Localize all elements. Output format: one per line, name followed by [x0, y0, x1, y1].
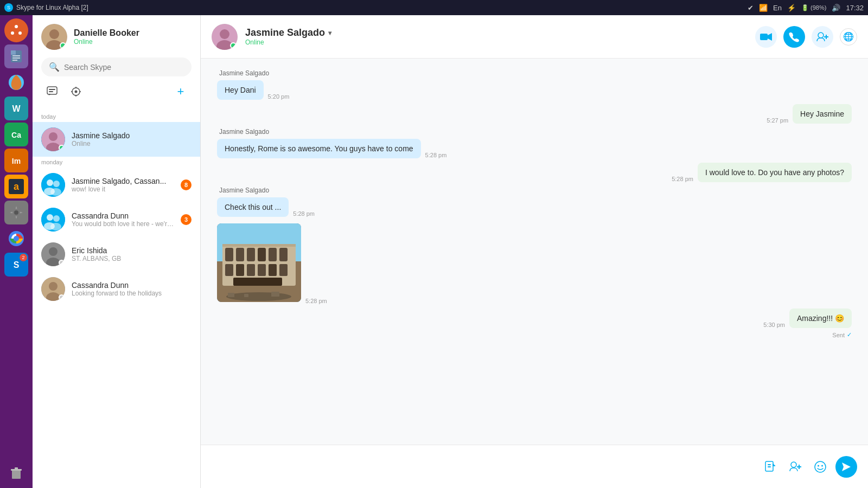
message-time: 5:28 pm [425, 152, 447, 158]
svg-point-94 [815, 461, 826, 472]
svg-point-54 [49, 247, 58, 256]
contact-badge-cassandra: 3 [181, 214, 192, 225]
contact-badge-group1: 8 [181, 179, 192, 190]
contact-preview: Online [72, 140, 192, 147]
message-time: 5:27 pm [767, 117, 788, 124]
message-group-2: 5:27 pm Hey Jasmine [217, 104, 852, 124]
contact-item-cassandra-dunn-1[interactable]: Cassandra Dunn You would both love it he… [33, 202, 200, 237]
colosseum-image[interactable] [217, 223, 301, 302]
svg-point-96 [821, 465, 823, 466]
search-input[interactable] [64, 63, 184, 72]
files-icon[interactable] [4, 44, 28, 68]
message-row: Hey Dani 5:20 pm [217, 80, 852, 100]
svg-point-45 [53, 181, 60, 187]
titlebar-left: S Skype for Linux Alpha [2] [4, 3, 88, 12]
contact-item-group-jasmine-cassan[interactable]: Jasmine Salgado, Cassan... wow! love it … [33, 168, 200, 202]
add-contact-chat-button[interactable] [786, 457, 805, 477]
svg-point-19 [14, 210, 18, 215]
svg-point-52 [50, 223, 61, 230]
emoji-button[interactable] [810, 457, 830, 477]
contact-avatar-cassandra-2 [41, 277, 65, 301]
svg-rect-75 [279, 248, 288, 261]
sidebar-header: Danielle Booker Online 🔍 + [33, 15, 200, 111]
svg-point-44 [47, 179, 53, 186]
contact-preview: ST. ALBANS, GB [72, 255, 192, 262]
sent-indicator: Sent ✓ [217, 331, 852, 338]
svg-rect-32 [49, 89, 55, 90]
user-avatar[interactable] [41, 24, 67, 50]
user-online-dot [60, 42, 66, 49]
svg-rect-6 [12, 55, 20, 56]
new-conversation-button[interactable]: + [172, 83, 189, 100]
titlebar-right: ✔ 📶 En ⚡ 🔋 (98%) 🔊 17:32 [748, 4, 864, 12]
svg-point-95 [818, 465, 819, 466]
ubuntu-icon[interactable] [4, 18, 28, 42]
message-row-image: 5:28 pm [217, 221, 852, 304]
svg-point-91 [791, 462, 796, 467]
message-input[interactable] [212, 445, 754, 488]
contact-avatar-group1 [41, 173, 65, 197]
svg-rect-80 [269, 264, 277, 276]
left-dock: W Ca Im a S 2 [0, 15, 33, 488]
firefox-icon[interactable] [4, 70, 28, 94]
contact-item-eric-ishida[interactable]: Eric Ishida ST. ALBANS, GB [33, 237, 200, 272]
svg-point-2 [11, 31, 14, 35]
svg-point-49 [47, 214, 53, 221]
svg-rect-72 [247, 248, 255, 261]
svg-rect-87 [271, 292, 279, 297]
amazon-icon[interactable]: a [4, 175, 28, 198]
user-info: Danielle Booker Online [74, 28, 139, 46]
send-button[interactable] [835, 456, 857, 478]
svg-rect-33 [49, 91, 53, 92]
message-row-mine: 5:27 pm Hey Jasmine [217, 104, 852, 124]
trash-icon[interactable] [4, 461, 28, 485]
message-row-mine: 5:28 pm I would love to. Do you have any… [217, 163, 852, 182]
message-time-image: 5:28 pm [305, 298, 327, 304]
contact-item-cassandra-dunn-2[interactable]: Cassandra Dunn Looking forward to the ho… [33, 272, 200, 306]
chats-button[interactable] [43, 83, 61, 100]
user-status: Online [74, 38, 139, 46]
svg-text:Ca: Ca [11, 131, 21, 139]
svg-rect-5 [11, 50, 16, 55]
chat-header-actions: 🌐 [755, 26, 857, 48]
svg-point-3 [18, 31, 22, 35]
search-bar[interactable]: 🔍 [41, 57, 192, 76]
add-person-button[interactable] [812, 26, 833, 48]
svg-point-64 [818, 33, 824, 38]
messages-area[interactable]: Jasmine Salgado Hey Dani 5:20 pm 5:27 pm… [201, 59, 868, 445]
svg-rect-73 [258, 248, 266, 261]
contact-avatar-eric [41, 242, 65, 266]
svg-rect-31 [47, 87, 57, 94]
skype-titlebar-icon: S [4, 3, 13, 12]
contact-item-jasmine-salgado[interactable]: Jasmine Salgado Online [33, 122, 200, 157]
message-bubble-mine: Hey Jasmine [793, 104, 852, 124]
settings-toolbar-button[interactable] [67, 83, 85, 100]
settings-icon[interactable] [4, 201, 28, 224]
skype-dock-icon[interactable]: S 2 [4, 253, 28, 277]
svg-rect-81 [279, 264, 288, 276]
skype-tray-icon: ✔ [748, 4, 754, 12]
sent-check-icon: ✓ [847, 331, 852, 338]
svg-point-47 [50, 188, 61, 196]
svg-rect-39 [79, 91, 81, 92]
eric-offline-dot [59, 260, 65, 266]
globe-button[interactable]: 🌐 [840, 28, 857, 46]
svg-point-35 [75, 91, 78, 93]
svg-rect-79 [258, 264, 266, 276]
send-file-button[interactable] [761, 457, 780, 477]
libreoffice-calc-icon[interactable]: Ca [4, 123, 28, 146]
svg-rect-62 [760, 34, 768, 40]
message-group-5: Jasmine Salgado Check this out ... 5:28 … [217, 187, 852, 304]
svg-rect-77 [236, 264, 244, 276]
libreoffice-writer-icon[interactable]: W [4, 97, 28, 120]
video-call-button[interactable] [755, 26, 777, 48]
chat-contact-name[interactable]: Jasmine Salgado ▾ [245, 27, 748, 38]
svg-text:S: S [14, 260, 20, 269]
svg-rect-8 [12, 60, 17, 61]
libreoffice-impress-icon[interactable]: Im [4, 149, 28, 172]
svg-rect-86 [244, 294, 248, 297]
chrome-icon[interactable] [4, 227, 28, 251]
call-button[interactable] [783, 26, 805, 48]
input-actions [761, 456, 857, 478]
svg-point-41 [49, 132, 58, 141]
